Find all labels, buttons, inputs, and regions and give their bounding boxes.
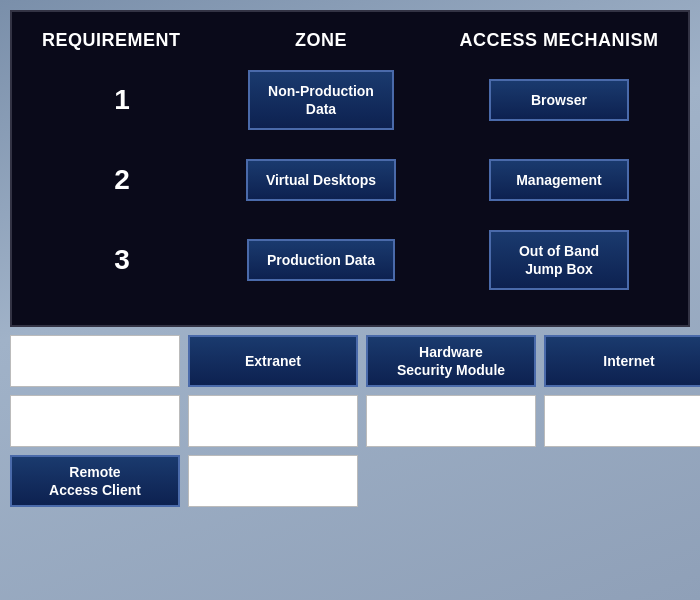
bottom-cell-2-1 bbox=[10, 395, 180, 447]
bottom-cell-1-2[interactable]: Extranet bbox=[188, 335, 358, 387]
requirement-number-3: 3 bbox=[22, 244, 202, 276]
bottom-row-2 bbox=[10, 395, 690, 447]
requirement-header: REQUIREMENT bbox=[22, 30, 202, 51]
access-button-1[interactable]: Browser bbox=[489, 79, 629, 121]
access-button-3[interactable]: Out of BandJump Box bbox=[489, 230, 629, 290]
access-button-2[interactable]: Management bbox=[489, 159, 629, 201]
table-row: 1 Non-ProductionData Browser bbox=[22, 65, 678, 135]
top-panel: REQUIREMENT ZONE ACCESS MECHANISM 1 Non-… bbox=[10, 10, 690, 327]
zone-button-2[interactable]: Virtual Desktops bbox=[246, 159, 396, 201]
requirement-number-2: 2 bbox=[22, 164, 202, 196]
table-row: 2 Virtual Desktops Management bbox=[22, 145, 678, 215]
bottom-cell-1-3[interactable]: HardwareSecurity Module bbox=[366, 335, 536, 387]
bottom-cell-2-2 bbox=[188, 395, 358, 447]
bottom-cell-2-3 bbox=[366, 395, 536, 447]
zone-button-1[interactable]: Non-ProductionData bbox=[248, 70, 394, 130]
access-cell-1: Browser bbox=[440, 79, 678, 121]
page-wrapper: REQUIREMENT ZONE ACCESS MECHANISM 1 Non-… bbox=[10, 10, 690, 507]
zone-cell-2: Virtual Desktops bbox=[202, 159, 440, 201]
zone-header: ZONE bbox=[202, 30, 440, 51]
access-cell-3: Out of BandJump Box bbox=[440, 230, 678, 290]
access-mechanism-header: ACCESS MECHANISM bbox=[440, 30, 678, 51]
bottom-row-1: Extranet HardwareSecurity Module Interne… bbox=[10, 335, 690, 387]
zone-cell-1: Non-ProductionData bbox=[202, 70, 440, 130]
bottom-cell-2-4 bbox=[544, 395, 700, 447]
access-cell-2: Management bbox=[440, 159, 678, 201]
bottom-area: Extranet HardwareSecurity Module Interne… bbox=[10, 335, 690, 507]
zone-button-3[interactable]: Production Data bbox=[247, 239, 395, 281]
requirement-number-1: 1 bbox=[22, 84, 202, 116]
bottom-cell-1-4[interactable]: Internet bbox=[544, 335, 700, 387]
table-header: REQUIREMENT ZONE ACCESS MECHANISM bbox=[22, 22, 678, 65]
zone-cell-3: Production Data bbox=[202, 239, 440, 281]
remote-access-client-button[interactable]: RemoteAccess Client bbox=[10, 455, 180, 507]
bottom-cell-1-1 bbox=[10, 335, 180, 387]
bottom-row-3: RemoteAccess Client bbox=[10, 455, 690, 507]
bottom-cell-3-2 bbox=[188, 455, 358, 507]
table-row: 3 Production Data Out of BandJump Box bbox=[22, 225, 678, 295]
